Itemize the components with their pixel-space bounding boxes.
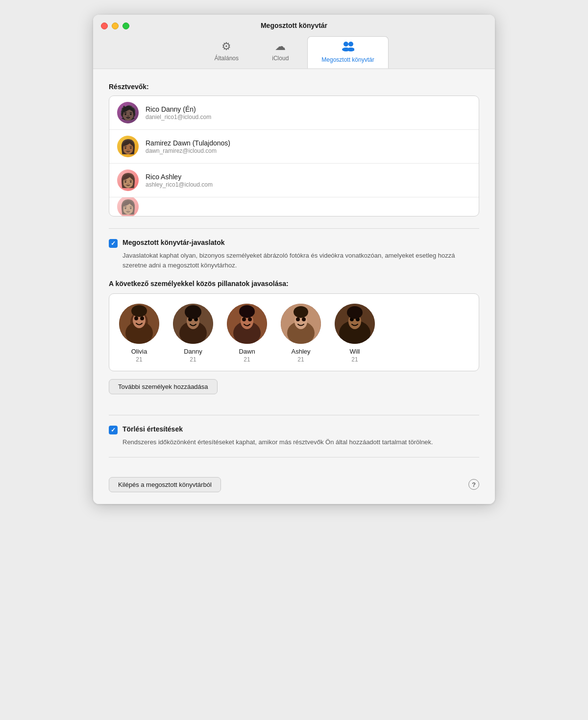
- participant-name: Rico Ashley: [146, 173, 213, 181]
- avatar: 👩🏽: [117, 197, 139, 216]
- svg-point-27: [296, 317, 300, 321]
- help-button[interactable]: ?: [468, 479, 479, 490]
- participants-list: 🧑🏿 Rico Danny (Én) daniel_rico1@icloud.c…: [109, 96, 479, 216]
- suggestions-checkbox-row: ✓ Megosztott könyvtár-javaslatok: [109, 239, 479, 248]
- person-count: 21: [244, 356, 250, 363]
- participant-row-partial: 👩🏽: [109, 197, 479, 216]
- participant-email: ashley_rico1@icloud.com: [146, 181, 213, 188]
- person-count: 21: [297, 356, 304, 363]
- bottom-bar: Kilépés a megosztott könyvtárból ?: [109, 467, 479, 492]
- person-card-will[interactable]: Will 21: [333, 304, 377, 363]
- titlebar: Megosztott könyvtár ⚙ Általános ☁ iCloud: [93, 15, 495, 69]
- svg-point-22: [248, 317, 252, 321]
- toolbar: ⚙ Általános ☁ iCloud Megosztott könyvtár: [199, 36, 388, 69]
- participant-row: 👩🏾 Ramirez Dawn (Tulajdonos) dawn_ramire…: [109, 130, 479, 164]
- add-people-button[interactable]: További személyek hozzáadása: [109, 379, 218, 394]
- participant-info: Ramirez Dawn (Tulajdonos) dawn_ramirez@i…: [146, 139, 230, 154]
- svg-point-8: [134, 316, 138, 320]
- person-photo-olivia: [119, 304, 159, 344]
- window-title: Megosztott könyvtár: [261, 22, 327, 29]
- cloud-icon: ☁: [275, 40, 286, 53]
- person-card-ashley[interactable]: Ashley 21: [279, 304, 323, 363]
- avatar: 👩🏽: [117, 169, 139, 191]
- tab-general[interactable]: ⚙ Általános: [199, 36, 253, 69]
- person-name: Olivia: [131, 348, 147, 355]
- tab-icloud[interactable]: ☁ iCloud: [253, 36, 307, 69]
- person-photo-dawn: [227, 304, 267, 344]
- svg-point-29: [294, 306, 308, 318]
- deletion-checkbox-label: Törlési értesítések: [122, 425, 183, 433]
- participant-name: Rico Danny (Én): [146, 105, 211, 113]
- participant-email: dawn_ramirez@icloud.com: [146, 147, 230, 154]
- persons-grid: Olivia 21 Danny 2: [109, 293, 479, 371]
- gear-icon: ⚙: [221, 40, 231, 53]
- deletion-checkbox-row: ✓ Törlési értesítések: [109, 425, 479, 434]
- person-photo-ashley: [281, 304, 321, 344]
- person-card-olivia[interactable]: Olivia 21: [117, 304, 161, 363]
- participant-info: Rico Danny (Én) daniel_rico1@icloud.com: [146, 105, 211, 120]
- svg-point-10: [131, 305, 147, 317]
- close-button[interactable]: [101, 23, 108, 29]
- person-card-danny[interactable]: Danny 21: [171, 304, 215, 363]
- person-name: Dawn: [239, 348, 255, 355]
- svg-point-9: [140, 316, 144, 320]
- person-photo-will: [335, 304, 375, 344]
- person-count: 21: [190, 356, 196, 363]
- person-count: 21: [136, 356, 142, 363]
- traffic-lights: [101, 23, 129, 29]
- deletion-section: ✓ Törlési értesítések Rendszeres időközö…: [109, 425, 479, 447]
- tab-icloud-label: iCloud: [272, 55, 289, 62]
- participants-label: Résztvevők:: [109, 83, 479, 91]
- svg-point-28: [302, 317, 306, 321]
- divider-3: [109, 457, 479, 457]
- tab-shared-label: Megosztott könyvtár: [321, 56, 374, 63]
- suggestions-checkbox-desc: Javaslatokat kaphat olyan, bizonyos szem…: [122, 251, 479, 270]
- tab-general-label: Általános: [215, 55, 239, 62]
- suggestions-checkbox-label: Megosztott könyvtár-javaslatok: [122, 239, 225, 246]
- tab-shared[interactable]: Megosztott könyvtár: [307, 36, 388, 69]
- participant-row: 👩🏽 Rico Ashley ashley_rico1@icloud.com: [109, 164, 479, 197]
- suggest-persons-label: A következő személyekkel közös pillanato…: [109, 280, 479, 288]
- svg-point-21: [242, 317, 246, 321]
- participant-info: Rico Ashley ashley_rico1@icloud.com: [146, 173, 213, 188]
- person-name: Ashley: [291, 348, 310, 355]
- person-count: 21: [351, 356, 358, 363]
- shared-library-icon: [342, 41, 354, 54]
- svg-point-0: [343, 42, 348, 47]
- svg-point-17: [186, 309, 200, 319]
- deletion-checkbox[interactable]: ✓: [109, 426, 118, 434]
- avatar: 🧑🏿: [117, 102, 139, 123]
- minimize-button[interactable]: [112, 23, 119, 29]
- leave-library-button[interactable]: Kilépés a megosztott könyvtárból: [109, 477, 221, 492]
- participant-row: 🧑🏿 Rico Danny (Én) daniel_rico1@icloud.c…: [109, 96, 479, 130]
- participant-email: daniel_rico1@icloud.com: [146, 114, 211, 120]
- avatar: 👩🏾: [117, 136, 139, 157]
- suggestions-checkbox[interactable]: ✓: [109, 239, 118, 248]
- person-name: Danny: [184, 348, 202, 355]
- checkmark-icon: ✓: [111, 240, 116, 246]
- app-window: Megosztott könyvtár ⚙ Általános ☁ iCloud: [93, 15, 495, 504]
- maximize-button[interactable]: [122, 23, 129, 29]
- person-card-dawn[interactable]: Dawn 21: [225, 304, 269, 363]
- svg-point-1: [348, 42, 353, 47]
- checkmark-icon: ✓: [111, 427, 116, 433]
- person-photo-danny: [173, 304, 213, 344]
- deletion-checkbox-desc: Rendszeres időközönként értesítéseket ka…: [122, 437, 479, 447]
- main-content: Résztvevők: 🧑🏿 Rico Danny (Én) daniel_ri…: [93, 69, 495, 504]
- svg-point-35: [347, 306, 363, 319]
- suggestions-section: ✓ Megosztott könyvtár-javaslatok Javasla…: [109, 239, 479, 270]
- participant-name: Ramirez Dawn (Tulajdonos): [146, 139, 230, 147]
- divider: [109, 228, 479, 229]
- person-name: Will: [350, 348, 360, 355]
- divider-2: [109, 415, 479, 415]
